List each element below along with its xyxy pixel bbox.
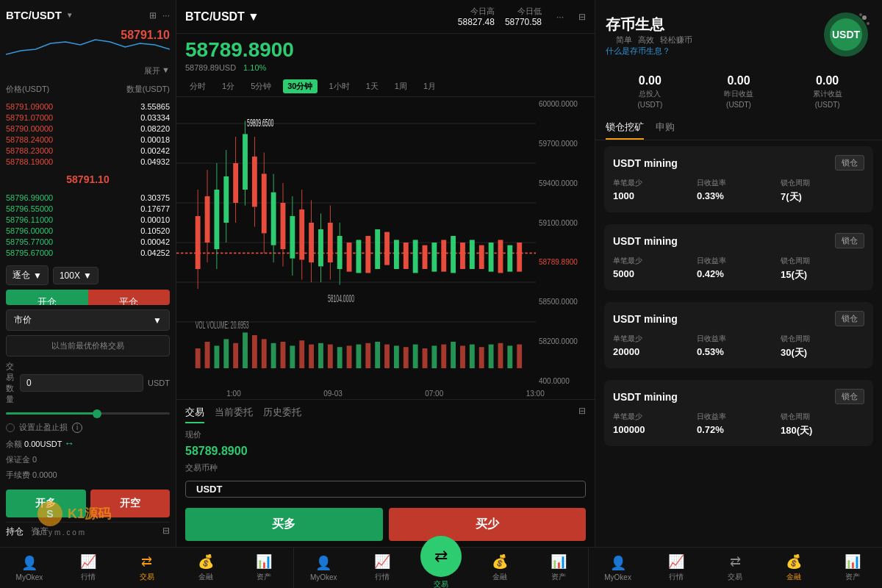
btn-buy[interactable]: 买多 <box>185 508 383 541</box>
mining-title-3: USDT mining <box>613 313 678 325</box>
buy-order-6[interactable]: 58795.67000 0.04252 <box>6 247 170 258</box>
mining-card-2[interactable]: USDT mining 锁仓 单笔最少 5000 日收益率 0.42% 锁仓周期… <box>604 224 873 290</box>
expand-btn[interactable]: 展开 <box>144 65 160 76</box>
mid-pair-arrow[interactable]: ▼ <box>248 10 259 24</box>
tf-1w[interactable]: 1周 <box>390 79 412 93</box>
sell-order-5[interactable]: 58788.23000 0.00242 <box>6 145 170 156</box>
tf-fen[interactable]: 分时 <box>185 79 210 93</box>
balance-label: 余额 <box>6 440 22 448</box>
svg-rect-110 <box>517 345 522 368</box>
svg-rect-60 <box>375 229 380 269</box>
qty-slider[interactable] <box>6 409 170 417</box>
period-label-4: 锁仓周期 <box>781 412 864 422</box>
open-tab[interactable]: 开仓 <box>6 290 88 305</box>
what-is-link[interactable]: 什么是存币生息？ <box>606 46 670 55</box>
nav-finance-2[interactable]: 💰 金融 <box>470 553 529 582</box>
qty-input[interactable] <box>20 374 143 392</box>
leverage-type-dropdown[interactable]: 逐仓 ▼ <box>6 265 49 285</box>
btn-long[interactable]: 开多 <box>6 490 86 517</box>
nav-assets-1[interactable]: 📊 资产 <box>234 548 293 588</box>
left-pair-arrow[interactable]: ▼ <box>66 11 74 19</box>
position-tab[interactable]: 持仓 <box>6 526 24 538</box>
nav-finance-1[interactable]: 💰 金融 <box>176 548 235 588</box>
buy-order-3[interactable]: 58796.11000 0.00010 <box>6 214 170 225</box>
svg-rect-106 <box>479 347 484 368</box>
buy-order-2[interactable]: 58796.55000 0.17677 <box>6 203 170 214</box>
rate-label-3: 日收益率 <box>697 334 781 344</box>
period-label-3: 锁仓周期 <box>781 334 864 344</box>
tf-1mo[interactable]: 1月 <box>419 79 440 93</box>
close-tab[interactable]: 平仓 <box>88 290 171 305</box>
rate-val-2: 0.42% <box>697 268 781 279</box>
tab-pending[interactable]: 当前委托 <box>215 406 253 423</box>
sell-order-6[interactable]: 58788.19000 0.04932 <box>6 156 170 167</box>
nav-market-3[interactable]: 📈 行情 <box>648 548 706 588</box>
nav-assets-2[interactable]: 📊 资产 <box>529 553 588 582</box>
sell-order-3[interactable]: 58790.00000 0.08220 <box>6 123 170 134</box>
mining-details-1: 单笔最少 1000 日收益率 0.33% 锁仓周期 7(天) <box>613 178 864 204</box>
stop-loss-info-icon[interactable]: i <box>72 423 82 433</box>
market-type-label: 市价 <box>14 314 32 326</box>
mining-card-4[interactable]: USDT mining 锁仓 单笔最少 100000 日收益率 0.72% 锁仓… <box>604 380 873 446</box>
stat3-label2: (USDT) <box>815 101 840 109</box>
nav-market-1[interactable]: 📈 行情 <box>59 548 118 588</box>
buy-order-4[interactable]: 58796.00000 0.10520 <box>6 225 170 236</box>
nav-trade-3[interactable]: ⇄ 交易 <box>706 548 764 588</box>
btn-sell[interactable]: 买少 <box>389 508 587 541</box>
tf-1d[interactable]: 1天 <box>362 79 383 93</box>
tf-30m[interactable]: 30分钟 <box>283 79 317 93</box>
assets-tab[interactable]: 资产 <box>31 526 49 538</box>
svg-rect-47 <box>318 229 323 266</box>
svg-rect-59 <box>365 236 370 273</box>
tab-trade[interactable]: 交易 <box>185 406 204 423</box>
trade-list-icon[interactable]: ⊟ <box>578 406 586 423</box>
stop-loss-radio[interactable] <box>6 423 15 432</box>
nav-assets-3[interactable]: 📊 资产 <box>823 548 882 588</box>
price-59100: 59100.0000 <box>539 219 592 227</box>
nav-myokex-3[interactable]: 👤 MyOkex <box>589 548 648 588</box>
stat2-label1: 昨日收益 <box>724 89 753 99</box>
sell-qty-1: 3.55865 <box>140 102 170 111</box>
slider-thumb[interactable] <box>93 409 101 418</box>
buy-qty-2: 0.17677 <box>140 204 170 213</box>
mining-card-1[interactable]: USDT mining 锁仓 单笔最少 1000 日收益率 0.33% 锁仓周期… <box>604 146 873 212</box>
mid-more-icon[interactable]: ··· <box>556 12 564 22</box>
svg-rect-93 <box>356 345 362 368</box>
detail-period-4: 锁仓周期 180(天) <box>781 412 864 437</box>
tf-1h[interactable]: 1小时 <box>325 79 354 93</box>
best-price-btn[interactable]: 以当前最优价格交易 <box>6 335 170 356</box>
sell-order-4[interactable]: 58788.24000 0.00018 <box>6 134 170 145</box>
qty-row: 交易数量 USDT <box>6 361 170 405</box>
tab-purchase[interactable]: 申购 <box>656 116 675 140</box>
market-type-dropdown[interactable]: 市价 ▼ <box>6 309 170 331</box>
nav-myokex-2[interactable]: 👤 MyOkex <box>294 555 353 581</box>
nav-trade-1[interactable]: ⇄ 交易 <box>118 548 176 588</box>
grid-icon[interactable]: ⊞ <box>149 10 157 21</box>
position-icon[interactable]: ⊟ <box>162 526 170 538</box>
buy-order-1[interactable]: 58796.99000 0.30375 <box>6 192 170 203</box>
nav-trade-2-center[interactable]: ⇄ 交易 <box>412 546 470 588</box>
tf-1m[interactable]: 1分 <box>218 79 239 93</box>
rate-label-4: 日收益率 <box>697 412 781 422</box>
nav-assets-label-2: 资产 <box>551 572 566 582</box>
svg-rect-69 <box>460 243 465 269</box>
btn-short[interactable]: 开空 <box>90 490 171 517</box>
nav-myokex-1[interactable]: 👤 MyOkex <box>0 548 59 588</box>
sell-order-1[interactable]: 58791.09000 3.55865 <box>6 101 170 112</box>
nav-market-2[interactable]: 📈 行情 <box>353 553 412 582</box>
tf-5m[interactable]: 5分钟 <box>246 79 276 93</box>
detail-min-1: 单笔最少 1000 <box>613 178 697 204</box>
nav-finance-3[interactable]: 💰 金融 <box>764 548 823 588</box>
mid-list-icon[interactable]: ⊟ <box>578 12 586 22</box>
sell-order-2[interactable]: 58791.07000 0.03334 <box>6 112 170 123</box>
leverage-val-dropdown[interactable]: 100X ▼ <box>53 267 98 284</box>
mini-chart: 58791.10 <box>6 29 170 58</box>
buy-order-5[interactable]: 58795.77000 0.00042 <box>6 236 170 247</box>
svg-rect-102 <box>441 345 446 368</box>
center-trade-btn[interactable]: ⇄ <box>420 536 462 577</box>
tab-lock-mining[interactable]: 锁仓挖矿 <box>606 116 644 140</box>
transfer-icon[interactable]: ↔ <box>64 437 74 449</box>
more-icon[interactable]: ··· <box>162 10 170 21</box>
tab-history[interactable]: 历史委托 <box>263 406 301 423</box>
mining-card-3[interactable]: USDT mining 锁仓 单笔最少 20000 日收益率 0.53% 锁仓周… <box>604 302 873 368</box>
